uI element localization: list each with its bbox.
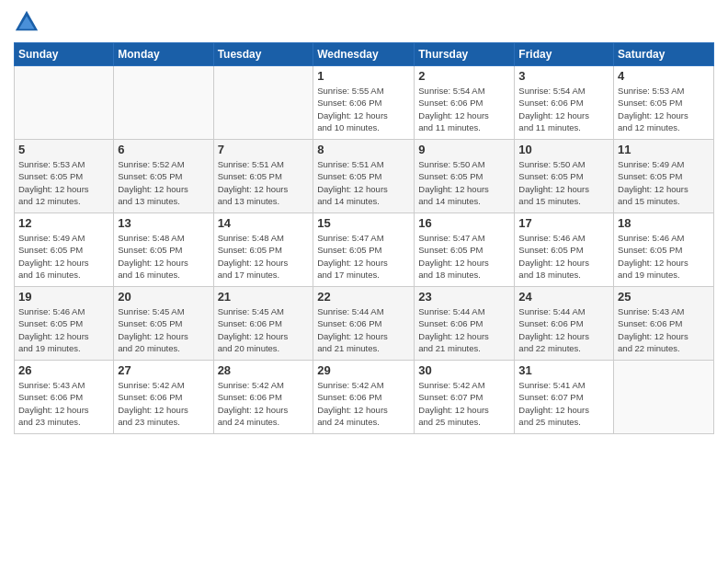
day-number: 6 [118,143,209,156]
day-number: 29 [317,363,410,377]
day-number: 12 [18,216,109,230]
day-cell: 23Sunrise: 5:44 AM Sunset: 6:06 PM Dayli… [415,287,515,361]
calendar: SundayMondayTuesdayWednesdayThursdayFrid… [14,42,714,434]
day-info: Sunrise: 5:44 AM Sunset: 6:06 PM Dayligh… [418,305,510,354]
day-info: Sunrise: 5:42 AM Sunset: 6:06 PM Dayligh… [118,379,209,428]
day-cell: 18Sunrise: 5:46 AM Sunset: 6:05 PM Dayli… [614,213,714,287]
day-number: 17 [518,216,609,230]
day-info: Sunrise: 5:46 AM Sunset: 6:05 PM Dayligh… [518,232,609,281]
day-info: Sunrise: 5:51 AM Sunset: 6:05 PM Dayligh… [218,158,310,207]
day-number: 21 [218,290,310,304]
day-number: 18 [618,216,710,230]
day-cell [114,66,213,140]
day-cell: 1Sunrise: 5:55 AM Sunset: 6:06 PM Daylig… [313,66,415,140]
weekday-header-saturday: Saturday [614,43,714,66]
day-number: 13 [118,216,209,230]
weekday-header-row: SundayMondayTuesdayWednesdayThursdayFrid… [15,43,714,66]
weekday-header-thursday: Thursday [415,43,515,66]
weekday-header-friday: Friday [515,43,614,66]
day-info: Sunrise: 5:41 AM Sunset: 6:07 PM Dayligh… [518,379,609,428]
day-number: 25 [618,290,710,304]
header [14,9,714,35]
day-cell [614,361,714,434]
day-number: 16 [418,216,510,230]
day-cell: 8Sunrise: 5:51 AM Sunset: 6:05 PM Daylig… [313,140,415,213]
day-info: Sunrise: 5:42 AM Sunset: 6:06 PM Dayligh… [317,379,410,428]
day-cell: 22Sunrise: 5:44 AM Sunset: 6:06 PM Dayli… [313,287,415,361]
day-number: 1 [317,69,410,83]
week-row-1: 1Sunrise: 5:55 AM Sunset: 6:06 PM Daylig… [15,66,714,140]
day-cell [213,66,313,140]
day-number: 3 [518,69,609,83]
week-row-2: 5Sunrise: 5:53 AM Sunset: 6:05 PM Daylig… [15,140,714,213]
logo-icon [14,9,40,35]
weekday-header-wednesday: Wednesday [313,43,415,66]
day-info: Sunrise: 5:46 AM Sunset: 6:05 PM Dayligh… [618,232,710,281]
day-number: 15 [317,216,410,230]
day-cell: 30Sunrise: 5:42 AM Sunset: 6:07 PM Dayli… [415,361,515,434]
day-number: 23 [418,290,510,304]
day-cell: 15Sunrise: 5:47 AM Sunset: 6:05 PM Dayli… [313,213,415,287]
day-number: 31 [518,363,609,377]
day-info: Sunrise: 5:45 AM Sunset: 6:05 PM Dayligh… [118,305,209,354]
day-number: 20 [118,290,209,304]
day-number: 30 [418,363,510,377]
day-cell: 19Sunrise: 5:46 AM Sunset: 6:05 PM Dayli… [15,287,114,361]
day-cell: 2Sunrise: 5:54 AM Sunset: 6:06 PM Daylig… [415,66,515,140]
day-cell: 13Sunrise: 5:48 AM Sunset: 6:05 PM Dayli… [114,213,213,287]
day-info: Sunrise: 5:47 AM Sunset: 6:05 PM Dayligh… [418,232,510,281]
day-info: Sunrise: 5:49 AM Sunset: 6:05 PM Dayligh… [18,232,109,281]
day-info: Sunrise: 5:48 AM Sunset: 6:05 PM Dayligh… [218,232,310,281]
day-cell: 27Sunrise: 5:42 AM Sunset: 6:06 PM Dayli… [114,361,213,434]
day-info: Sunrise: 5:42 AM Sunset: 6:07 PM Dayligh… [418,379,510,428]
day-number: 7 [218,143,310,156]
week-row-5: 26Sunrise: 5:43 AM Sunset: 6:06 PM Dayli… [15,361,714,434]
day-number: 27 [118,363,209,377]
day-cell: 29Sunrise: 5:42 AM Sunset: 6:06 PM Dayli… [313,361,415,434]
day-cell: 28Sunrise: 5:42 AM Sunset: 6:06 PM Dayli… [213,361,313,434]
day-info: Sunrise: 5:49 AM Sunset: 6:05 PM Dayligh… [618,158,710,207]
day-info: Sunrise: 5:53 AM Sunset: 6:05 PM Dayligh… [618,85,710,133]
day-cell: 21Sunrise: 5:45 AM Sunset: 6:06 PM Dayli… [213,287,313,361]
day-cell: 31Sunrise: 5:41 AM Sunset: 6:07 PM Dayli… [515,361,614,434]
day-info: Sunrise: 5:52 AM Sunset: 6:05 PM Dayligh… [118,158,209,207]
day-cell: 24Sunrise: 5:44 AM Sunset: 6:06 PM Dayli… [515,287,614,361]
day-cell: 25Sunrise: 5:43 AM Sunset: 6:06 PM Dayli… [614,287,714,361]
day-info: Sunrise: 5:45 AM Sunset: 6:06 PM Dayligh… [218,305,310,354]
day-cell: 6Sunrise: 5:52 AM Sunset: 6:05 PM Daylig… [114,140,213,213]
day-cell: 20Sunrise: 5:45 AM Sunset: 6:05 PM Dayli… [114,287,213,361]
day-cell: 5Sunrise: 5:53 AM Sunset: 6:05 PM Daylig… [15,140,114,213]
day-info: Sunrise: 5:50 AM Sunset: 6:05 PM Dayligh… [418,158,510,207]
day-info: Sunrise: 5:43 AM Sunset: 6:06 PM Dayligh… [18,379,109,428]
day-cell: 4Sunrise: 5:53 AM Sunset: 6:05 PM Daylig… [614,66,714,140]
weekday-header-monday: Monday [114,43,213,66]
day-info: Sunrise: 5:54 AM Sunset: 6:06 PM Dayligh… [518,85,609,133]
day-info: Sunrise: 5:50 AM Sunset: 6:05 PM Dayligh… [518,158,609,207]
day-info: Sunrise: 5:53 AM Sunset: 6:05 PM Dayligh… [18,158,109,207]
day-cell: 9Sunrise: 5:50 AM Sunset: 6:05 PM Daylig… [415,140,515,213]
logo [14,9,43,35]
page: SundayMondayTuesdayWednesdayThursdayFrid… [0,0,728,563]
day-cell: 14Sunrise: 5:48 AM Sunset: 6:05 PM Dayli… [213,213,313,287]
day-number: 28 [218,363,310,377]
day-number: 22 [317,290,410,304]
day-cell [15,66,114,140]
day-cell: 17Sunrise: 5:46 AM Sunset: 6:05 PM Dayli… [515,213,614,287]
day-number: 9 [418,143,510,156]
day-number: 14 [218,216,310,230]
day-cell: 3Sunrise: 5:54 AM Sunset: 6:06 PM Daylig… [515,66,614,140]
day-info: Sunrise: 5:51 AM Sunset: 6:05 PM Dayligh… [317,158,410,207]
day-cell: 12Sunrise: 5:49 AM Sunset: 6:05 PM Dayli… [15,213,114,287]
weekday-header-tuesday: Tuesday [213,43,313,66]
day-number: 26 [18,363,109,377]
day-info: Sunrise: 5:47 AM Sunset: 6:05 PM Dayligh… [317,232,410,281]
day-info: Sunrise: 5:44 AM Sunset: 6:06 PM Dayligh… [317,305,410,354]
day-info: Sunrise: 5:48 AM Sunset: 6:05 PM Dayligh… [118,232,209,281]
day-number: 2 [418,69,510,83]
day-cell: 10Sunrise: 5:50 AM Sunset: 6:05 PM Dayli… [515,140,614,213]
day-cell: 7Sunrise: 5:51 AM Sunset: 6:05 PM Daylig… [213,140,313,213]
day-cell: 26Sunrise: 5:43 AM Sunset: 6:06 PM Dayli… [15,361,114,434]
day-number: 5 [18,143,109,156]
week-row-3: 12Sunrise: 5:49 AM Sunset: 6:05 PM Dayli… [15,213,714,287]
day-info: Sunrise: 5:43 AM Sunset: 6:06 PM Dayligh… [618,305,710,354]
